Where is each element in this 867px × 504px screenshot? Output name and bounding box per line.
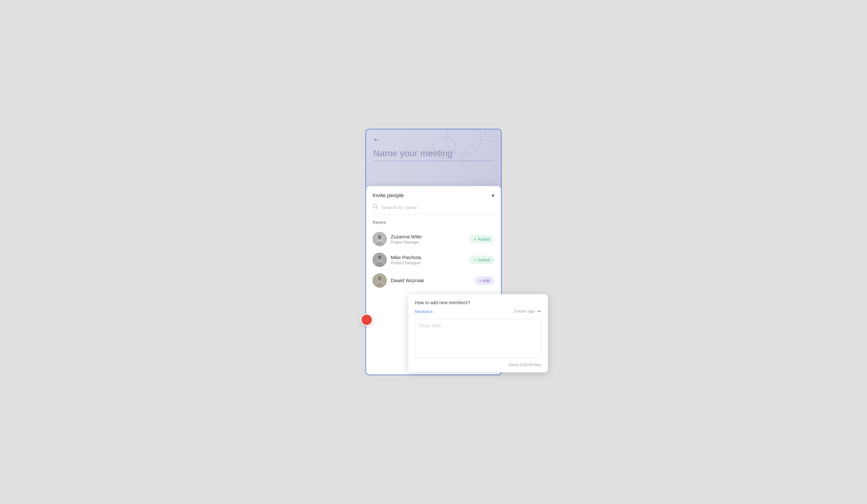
comment-popup: How to add new members? Mockplus 3 hours… bbox=[408, 294, 548, 372]
reply-textarea[interactable] bbox=[415, 319, 542, 358]
person-name: Dawid Wozniak bbox=[391, 278, 471, 283]
app-header: ← bbox=[366, 129, 501, 189]
chevron-down-icon[interactable]: ▾ bbox=[492, 192, 494, 199]
comment-meta: Mockplus 3 hours ago ✏ bbox=[415, 308, 542, 314]
search-icon bbox=[373, 204, 378, 211]
invite-header: Invite people ▾ bbox=[373, 192, 494, 199]
record-button[interactable] bbox=[361, 314, 373, 326]
invite-title: Invite people bbox=[373, 192, 404, 199]
search-box bbox=[373, 204, 494, 215]
list-item: Dawid Wozniak + Add bbox=[373, 270, 494, 291]
added-badge: ✓ Added bbox=[469, 255, 495, 264]
list-item: Zuzanna Wiler Project Manager ✓ Added bbox=[373, 229, 494, 249]
person-info: Mike Piechota Product Designer bbox=[391, 255, 465, 265]
comment-time: 3 hours ago bbox=[514, 309, 534, 314]
avatar bbox=[373, 232, 387, 246]
back-arrow-icon: ← bbox=[373, 135, 380, 143]
person-list: Zuzanna Wiler Project Manager ✓ Added bbox=[373, 229, 494, 291]
list-item: Mike Piechota Product Designer ✓ Added bbox=[373, 249, 494, 270]
person-info: Zuzanna Wiler Project Manager bbox=[391, 234, 465, 244]
avatar bbox=[373, 253, 387, 267]
svg-point-15 bbox=[377, 276, 382, 281]
person-role: Product Designer bbox=[391, 261, 465, 265]
comment-author[interactable]: Mockplus bbox=[415, 309, 433, 314]
person-name: Zuzanna Wiler bbox=[391, 234, 465, 239]
svg-line-1 bbox=[376, 208, 378, 209]
comment-time-wrap: 3 hours ago ✏ bbox=[514, 308, 541, 314]
main-container: ← Invite people ▾ Recent bbox=[365, 129, 502, 375]
person-name: Mike Piechota bbox=[391, 255, 465, 260]
send-button[interactable]: Send (Ctrl+Enter) bbox=[509, 362, 542, 367]
person-role: Project Manager bbox=[391, 240, 465, 244]
search-input[interactable] bbox=[382, 205, 494, 210]
comment-question: How to add new members? bbox=[415, 300, 542, 305]
recent-label: Recent bbox=[373, 220, 494, 225]
added-badge: ✓ Added bbox=[469, 235, 495, 243]
svg-point-10 bbox=[378, 255, 382, 260]
svg-point-5 bbox=[377, 234, 382, 240]
deco-circle-2 bbox=[433, 136, 456, 158]
person-info: Dawid Wozniak bbox=[391, 278, 471, 284]
send-row: Send (Ctrl+Enter) bbox=[415, 362, 542, 367]
avatar bbox=[373, 273, 387, 288]
add-badge-button[interactable]: + Add bbox=[474, 276, 494, 285]
back-button[interactable]: ← bbox=[373, 135, 380, 144]
edit-icon[interactable]: ✏ bbox=[537, 308, 542, 314]
